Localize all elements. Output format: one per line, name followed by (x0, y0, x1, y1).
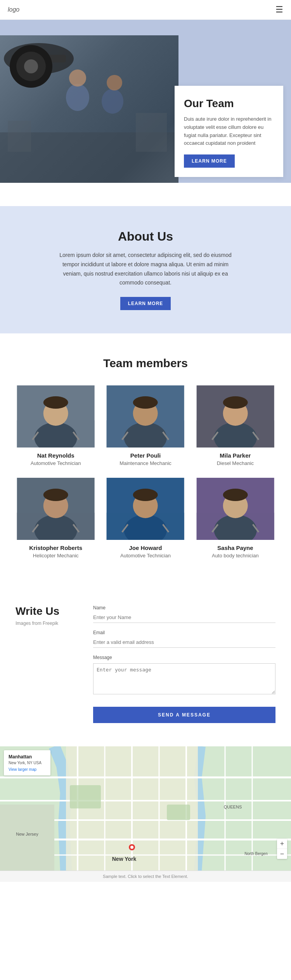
team-member-name-2: Mila Parker (195, 452, 275, 459)
team-member-role-3: Helicopter Mechanic (16, 553, 96, 559)
svg-rect-10 (8, 121, 31, 152)
svg-point-5 (66, 84, 89, 111)
map-title: Manhattan (9, 754, 46, 760)
svg-rect-11 (136, 113, 167, 152)
message-label: Message (93, 655, 275, 660)
logo: logo (8, 6, 19, 13)
hero-description: Duis aute irure dolor in reprehenderit i… (184, 115, 274, 147)
map-zoom-out-button[interactable]: − (277, 849, 287, 859)
contact-left: Write Us Images from Freepik (16, 605, 78, 723)
name-form-group: Name (93, 605, 275, 623)
svg-text:New York: New York (112, 856, 137, 862)
map-info-card: Manhattan New York, NY USA View larger m… (4, 750, 50, 775)
email-input[interactable] (93, 637, 275, 648)
contact-form: Name Email Message SEND A MESSAGE (93, 605, 275, 723)
team-title: Team members (16, 357, 275, 370)
contact-title: Write Us (16, 605, 78, 617)
team-member-role-4: Automotive Technician (105, 553, 185, 559)
team-member-role-5: Auto body technician (195, 553, 275, 559)
contact-subtitle: Images from Freepik (16, 621, 78, 626)
svg-point-23 (133, 396, 158, 409)
svg-text:QUEENS: QUEENS (224, 805, 242, 809)
svg-text:North Bergen: North Bergen (244, 852, 267, 856)
svg-point-7 (102, 89, 123, 114)
svg-rect-72 (70, 785, 101, 808)
team-card-2: Mila Parker Diesel Mechanic (195, 385, 275, 466)
about-description: Lorem ipsum dolor sit amet, consectetur … (52, 251, 239, 288)
email-form-group: Email (93, 630, 275, 648)
header: logo ☰ (0, 0, 291, 20)
team-member-name-0: Nat Reynolds (16, 452, 96, 459)
svg-point-44 (133, 489, 158, 501)
contact-section: Write Us Images from Freepik Name Email … (0, 582, 291, 746)
about-title: About Us (16, 229, 275, 244)
map-section: New York New Jersey QUEENS North Bergen … (0, 746, 291, 871)
team-card-1: Peter Pouli Maintenance Mechanic (105, 385, 185, 466)
svg-point-4 (24, 59, 38, 73)
hero-section: Our Team Duis aute irure dolor in repreh… (0, 20, 291, 183)
hero-learn-more-button[interactable]: LEARN MORE (184, 154, 235, 168)
hamburger-menu-icon[interactable]: ☰ (275, 5, 283, 15)
hero-title: Our Team (184, 97, 274, 110)
footer-text: Sample text. Click to select the Text El… (103, 874, 188, 879)
team-card-5: Sasha Payne Auto body technician (195, 478, 275, 559)
team-member-name-1: Peter Pouli (105, 452, 185, 459)
team-grid: Nat Reynolds Automotive Technician Peter… (16, 385, 275, 559)
footer-bar: Sample text. Click to select the Text El… (0, 871, 291, 882)
team-member-name-5: Sasha Payne (195, 545, 275, 551)
team-photo-0 (16, 385, 96, 448)
map-zoom-controls: + − (277, 839, 287, 859)
name-input[interactable] (93, 612, 275, 623)
svg-point-37 (43, 489, 68, 501)
about-section: About Us Lorem ipsum dolor sit amet, con… (0, 206, 291, 333)
team-photo-2 (195, 385, 275, 448)
team-member-role-0: Automotive Technician (16, 460, 96, 466)
team-photo-1 (105, 385, 185, 448)
svg-point-6 (69, 69, 86, 87)
message-input[interactable] (93, 663, 275, 694)
hero-image (0, 35, 178, 183)
email-label: Email (93, 630, 275, 635)
svg-point-16 (43, 396, 68, 409)
team-member-role-2: Diesel Mechanic (195, 460, 275, 466)
team-photo-4 (105, 478, 185, 540)
svg-point-51 (223, 489, 248, 501)
send-message-button[interactable]: SEND A MESSAGE (93, 707, 275, 723)
svg-point-30 (223, 396, 248, 409)
svg-point-8 (107, 75, 122, 90)
team-member-role-1: Maintenance Mechanic (105, 460, 185, 466)
team-photo-5 (195, 478, 275, 540)
hero-card: Our Team Duis aute irure dolor in repreh… (175, 86, 283, 177)
message-form-group: Message (93, 655, 275, 696)
team-card-3: Kristopher Roberts Helicopter Mechanic (16, 478, 96, 559)
team-section: Team members Nat Reynolds Automotive Tec… (0, 333, 291, 582)
about-learn-more-button[interactable]: LEARN MORE (120, 297, 171, 310)
team-member-name-4: Joe Howard (105, 545, 185, 551)
team-member-name-3: Kristopher Roberts (16, 545, 96, 551)
map-zoom-in-button[interactable]: + (277, 839, 287, 849)
team-card-4: Joe Howard Automotive Technician (105, 478, 185, 559)
svg-rect-73 (167, 805, 190, 820)
team-photo-3 (16, 478, 96, 540)
svg-point-75 (130, 846, 133, 849)
svg-rect-67 (0, 805, 54, 871)
map-address: New York, NY USA (9, 760, 46, 766)
name-label: Name (93, 605, 275, 611)
team-card-0: Nat Reynolds Automotive Technician (16, 385, 96, 466)
svg-text:New Jersey: New Jersey (16, 832, 38, 836)
map-view-larger-link[interactable]: View larger map (9, 767, 46, 772)
